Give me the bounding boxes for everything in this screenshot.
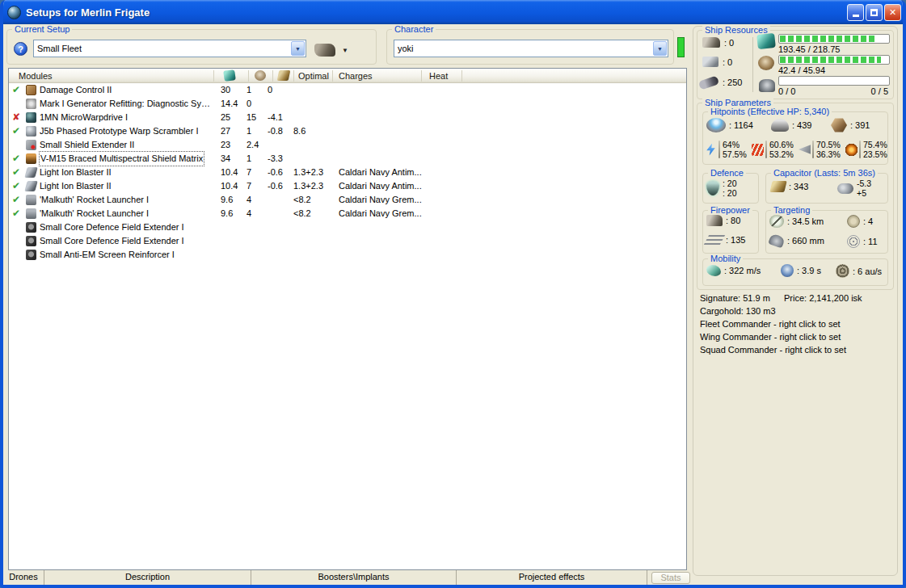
module-charge: Caldari Navy Grem... [339, 207, 422, 220]
rig-icon [26, 236, 36, 246]
cpu-column-icon[interactable] [223, 69, 236, 82]
max-velocity: : 322 m/s [706, 265, 761, 276]
module-name: Light Ion Blaster II [40, 179, 112, 193]
powergrid-bar [778, 55, 890, 65]
ship-resources-group: Ship Resources : 0 : 0 : 250 193.45 / 21… [697, 30, 894, 99]
module-row[interactable]: ✔Light Ion Blaster II10.47-0.61.3+2.3Cal… [9, 166, 686, 179]
defence-value-2: : 20 [723, 188, 737, 198]
maximize-button[interactable] [866, 4, 883, 21]
module-cpu: 25 [221, 111, 230, 124]
module-row[interactable]: ✔'Malkuth' Rocket Launcher I9.64<8.2Cald… [9, 193, 686, 207]
title-bar[interactable]: Setups for Merlin Frigate ✕ [0, 0, 906, 24]
scan-resolution-value: : 660 mm [787, 236, 824, 246]
targeting-range: : 34.5 km [769, 215, 824, 228]
shield-hp-value: : 1164 [729, 120, 753, 130]
defence-shield-icon [706, 181, 719, 195]
close-icon: ✕ [889, 7, 896, 18]
capacitor-label: Capacitor (Lasts: 5m 36s) [771, 168, 878, 178]
chevron-down-icon[interactable]: ▼ [291, 41, 305, 56]
thermal-shield-resist: 60.6% [769, 140, 794, 149]
capacitor-icon [769, 181, 786, 192]
client-area: Current Setup ? Small Fleet ▼ ▼ Characte… [3, 24, 903, 585]
module-row[interactable]: ✔Damage Control II3010 [9, 83, 686, 97]
module-row[interactable]: Small Core Defence Field Extender I [9, 234, 686, 248]
minimize-icon [853, 15, 859, 17]
fleet-commander-text[interactable]: Fleet Commander - right click to set [700, 319, 841, 329]
missile-dps-value: : 135 [726, 235, 745, 245]
maximize-icon [870, 9, 878, 16]
module-row[interactable]: ✔Light Ion Blaster II10.47-0.61.3+2.3Cal… [9, 179, 686, 193]
speed-icon [706, 265, 721, 276]
structure-hp-icon [831, 118, 847, 132]
module-row[interactable]: ✔'Malkuth' Rocket Launcher I9.64<8.2Cald… [9, 207, 686, 220]
module-row[interactable]: ✘1MN MicroWarpdrive I2515-4.1 [9, 111, 686, 124]
setup-combobox[interactable]: Small Fleet ▼ [33, 40, 306, 57]
powergrid-column-icon[interactable] [255, 70, 266, 81]
module-rows: ✔Damage Control II3010Mark I Generator R… [9, 83, 686, 262]
fitting-error-icon: ✘ [12, 111, 23, 124]
module-row[interactable]: Mark I Generator Refitting: Diagnostic S… [9, 97, 686, 111]
chevron-down-icon[interactable]: ▼ [653, 41, 667, 56]
character-value: yoki [394, 44, 652, 53]
ship-menu-button[interactable]: ▼ [314, 40, 356, 60]
defence-label: Defence [708, 168, 746, 178]
em-resist-icon [705, 144, 717, 156]
module-row[interactable]: ✔V-M15 Braced Multispectral Shield Matri… [9, 152, 686, 166]
module-name: Small Core Defence Field Extender I [40, 234, 184, 248]
missile-dps: : 135 [706, 235, 745, 245]
armor-hp-icon [771, 119, 789, 132]
module-name: Small Shield Extender II [40, 138, 134, 152]
align-time-icon [781, 264, 794, 277]
capacitor-delta: -5.3 +5 [837, 178, 871, 198]
character-combobox[interactable]: yoki ▼ [394, 40, 668, 57]
close-button[interactable]: ✕ [884, 4, 901, 21]
modules-list[interactable]: Modules Optimal Charges Heat ✔Damage Con… [8, 68, 687, 570]
module-powergrid: 4 [247, 207, 251, 220]
capacitor-column-icon[interactable] [277, 70, 291, 81]
shield-hp: : 1164 [706, 118, 753, 132]
module-row[interactable]: Small Shield Extender II232.4 [9, 138, 686, 152]
tab-projected-effects[interactable]: Projected effects [457, 570, 647, 585]
price-text: Price: 2,141,200 isk [784, 293, 862, 303]
module-name: J5b Phased Prototype Warp Scrambler I [40, 124, 198, 138]
module-row[interactable]: ✔J5b Phased Prototype Warp Scrambler I27… [9, 124, 686, 138]
warp-speed-icon [836, 264, 849, 278]
window-title: Setups for Merlin Frigate [26, 6, 150, 19]
squad-commander-text[interactable]: Squad Commander - right click to set [700, 345, 846, 355]
character-status-bar [677, 37, 685, 57]
module-name: Small Anti-EM Screen Reinforcer I [40, 248, 175, 262]
calibration-icon [698, 75, 719, 90]
current-setup-label: Current Setup [12, 24, 72, 35]
scan-resolution: : 660 mm [769, 235, 824, 246]
missile-dps-icon [704, 235, 725, 245]
em-armor-resist: 57.5% [723, 149, 747, 159]
setup-value: Small Fleet [34, 44, 290, 53]
module-charge: Caldari Navy Grem... [339, 193, 422, 207]
module-cap-use: -0.6 [268, 166, 283, 179]
targeting-group: Targeting : 34.5 km : 4 : 660 mm [765, 210, 888, 254]
fitted-check-icon: ✔ [12, 193, 23, 207]
wing-commander-text[interactable]: Wing Commander - right click to set [700, 332, 841, 342]
warp-speed-value: : 6 au/s [853, 267, 882, 276]
help-icon[interactable]: ? [14, 42, 27, 56]
targeting-range-value: : 34.5 km [787, 216, 824, 226]
tab-drones[interactable]: Drones [3, 570, 44, 585]
stats-button[interactable]: Stats [651, 572, 690, 584]
tab-description[interactable]: Description [44, 570, 251, 585]
modules-list-header[interactable]: Modules Optimal Charges Heat [9, 69, 686, 83]
column-optimal[interactable]: Optimal [298, 69, 329, 83]
module-row[interactable]: Small Core Defence Field Extender I [9, 220, 686, 234]
column-charges[interactable]: Charges [339, 69, 373, 83]
module-row[interactable]: Small Anti-EM Screen Reinforcer I [9, 248, 686, 262]
defence-value-1: : 20 [723, 178, 737, 188]
minimize-button[interactable] [847, 4, 864, 21]
launcher-hardpoints-value: : 0 [723, 57, 732, 67]
tab-boosters-implants[interactable]: Boosters\Implants [251, 570, 457, 585]
column-heat[interactable]: Heat [429, 69, 448, 83]
column-modules[interactable]: Modules [19, 69, 53, 83]
align-time: : 3.9 s [781, 264, 821, 277]
shield-hp-icon [706, 118, 726, 132]
dronebay-bar [778, 76, 890, 86]
module-charge: Caldari Navy Antim... [339, 179, 422, 193]
structure-hp: : 391 [831, 118, 870, 132]
